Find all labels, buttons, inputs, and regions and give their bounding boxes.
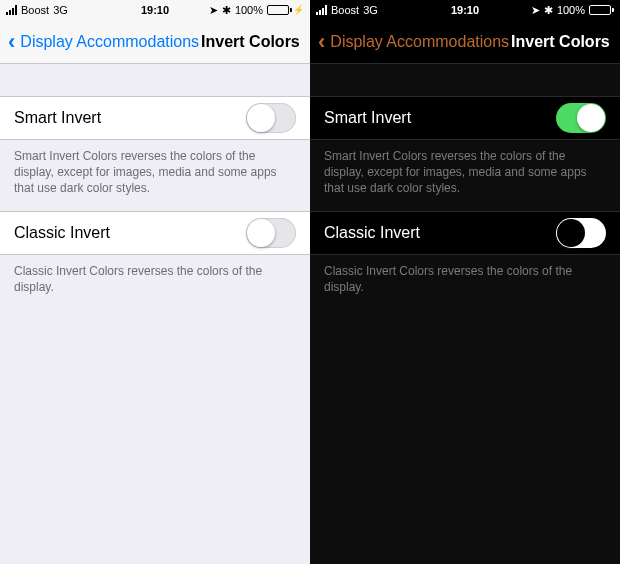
row-label: Classic Invert xyxy=(14,224,110,242)
section-spacer xyxy=(0,64,310,96)
status-bar: Boost 3G 19:10 ➤ ✱ 100% xyxy=(310,0,620,20)
back-label: Display Accommodations xyxy=(330,33,509,51)
battery-icon xyxy=(589,5,614,15)
location-icon: ➤ xyxy=(209,4,218,17)
smart-invert-switch[interactable] xyxy=(246,103,296,133)
status-bar: Boost 3G 19:10 ➤ ✱ 100% ⚡ xyxy=(0,0,310,20)
section-spacer xyxy=(310,64,620,96)
classic-invert-switch[interactable] xyxy=(246,218,296,248)
clock: 19:10 xyxy=(451,4,479,16)
row-label: Classic Invert xyxy=(324,224,420,242)
battery-pct: 100% xyxy=(557,4,585,16)
clock: 19:10 xyxy=(141,4,169,16)
bluetooth-icon: ✱ xyxy=(544,4,553,17)
chevron-left-icon: ‹ xyxy=(8,31,15,53)
back-label: Display Accommodations xyxy=(20,33,199,51)
carrier-label: Boost xyxy=(21,4,49,16)
classic-invert-note: Classic Invert Colors reverses the color… xyxy=(0,255,310,309)
row-classic-invert[interactable]: Classic Invert xyxy=(0,211,310,255)
battery-icon: ⚡ xyxy=(267,5,304,15)
location-icon: ➤ xyxy=(531,4,540,17)
phone-dark: Boost 3G 19:10 ➤ ✱ 100% ‹ Display Accomm… xyxy=(310,0,620,564)
phone-light: Boost 3G 19:10 ➤ ✱ 100% ⚡ ‹ Display Acco… xyxy=(0,0,310,564)
back-button[interactable]: ‹ Display Accommodations xyxy=(8,31,199,53)
page-title: Invert Colors xyxy=(201,33,300,51)
nav-bar: ‹ Display Accommodations Invert Colors xyxy=(310,20,620,64)
back-button[interactable]: ‹ Display Accommodations xyxy=(318,31,509,53)
carrier-label: Boost xyxy=(331,4,359,16)
network-label: 3G xyxy=(53,4,68,16)
row-smart-invert[interactable]: Smart Invert xyxy=(0,96,310,140)
signal-bars-icon xyxy=(316,5,327,15)
row-label: Smart Invert xyxy=(14,109,101,127)
row-classic-invert[interactable]: Classic Invert xyxy=(310,211,620,255)
page-title: Invert Colors xyxy=(511,33,610,51)
row-smart-invert[interactable]: Smart Invert xyxy=(310,96,620,140)
battery-pct: 100% xyxy=(235,4,263,16)
chevron-left-icon: ‹ xyxy=(318,31,325,53)
smart-invert-note: Smart Invert Colors reverses the colors … xyxy=(310,140,620,211)
classic-invert-switch[interactable] xyxy=(556,218,606,248)
classic-invert-note: Classic Invert Colors reverses the color… xyxy=(310,255,620,309)
signal-bars-icon xyxy=(6,5,17,15)
smart-invert-switch[interactable] xyxy=(556,103,606,133)
bluetooth-icon: ✱ xyxy=(222,4,231,17)
network-label: 3G xyxy=(363,4,378,16)
smart-invert-note: Smart Invert Colors reverses the colors … xyxy=(0,140,310,211)
row-label: Smart Invert xyxy=(324,109,411,127)
nav-bar: ‹ Display Accommodations Invert Colors xyxy=(0,20,310,64)
